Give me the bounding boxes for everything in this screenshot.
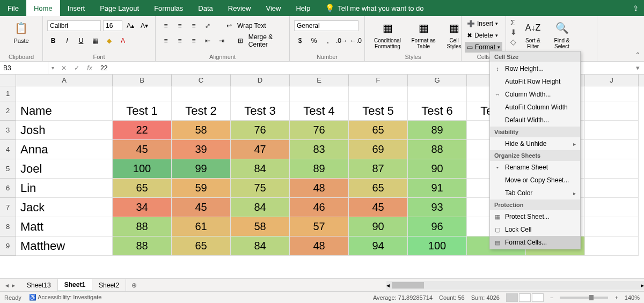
cell[interactable]: Test 2: [172, 101, 231, 121]
cell[interactable]: 91: [408, 179, 467, 198]
cell[interactable]: 89: [408, 121, 467, 140]
cell[interactable]: 45: [172, 198, 231, 217]
cell[interactable]: 76: [231, 121, 290, 140]
cell[interactable]: 58: [231, 217, 290, 237]
tab-formulas[interactable]: Formulas: [147, 0, 191, 16]
column-header[interactable]: D: [231, 75, 290, 86]
tell-me-search[interactable]: 💡 Tell me what you want to do: [318, 4, 431, 12]
row-header[interactable]: 8: [0, 217, 16, 237]
menu-item[interactable]: ↔Column Width...: [490, 88, 580, 101]
cell[interactable]: 88: [408, 140, 467, 159]
tab-page-layout[interactable]: Page Layout: [92, 0, 147, 16]
delete-cells-button[interactable]: ✖Delete▾: [465, 30, 502, 41]
tab-help[interactable]: Help: [288, 0, 318, 16]
cell[interactable]: [585, 121, 639, 140]
increase-indent-icon[interactable]: ⇥: [216, 35, 228, 47]
font-name-select[interactable]: [47, 20, 101, 31]
cell[interactable]: 83: [290, 140, 349, 159]
row-header[interactable]: 2: [0, 101, 16, 121]
accessibility-status[interactable]: ♿ Accessibility: Investigate: [29, 294, 102, 301]
enter-formula-icon[interactable]: ✓: [70, 64, 83, 72]
number-format-select[interactable]: [294, 20, 358, 31]
cell[interactable]: 48: [290, 237, 349, 256]
zoom-slider[interactable]: [560, 297, 608, 299]
page-break-view-button[interactable]: [532, 293, 544, 302]
cell[interactable]: Anna: [16, 140, 113, 159]
column-header[interactable]: C: [172, 75, 231, 86]
find-select-button[interactable]: 🔍 Find & Select: [549, 18, 575, 50]
increase-decimal-icon[interactable]: .0→: [336, 35, 348, 47]
cell[interactable]: Test 5: [349, 101, 408, 121]
cell[interactable]: Test 6: [408, 101, 467, 121]
sheet-nav[interactable]: ◂▸: [0, 282, 20, 289]
comma-icon[interactable]: ,: [322, 35, 334, 47]
cell[interactable]: 61: [172, 217, 231, 237]
row-header[interactable]: 1: [0, 86, 16, 101]
decrease-indent-icon[interactable]: ⇤: [202, 35, 214, 47]
row-header[interactable]: 6: [0, 179, 16, 198]
row-header[interactable]: 5: [0, 159, 16, 179]
column-header[interactable]: E: [290, 75, 349, 86]
row-header[interactable]: 3: [0, 121, 16, 140]
cell[interactable]: [585, 217, 639, 237]
percent-icon[interactable]: %: [308, 35, 320, 47]
cell[interactable]: 65: [113, 179, 172, 198]
cell[interactable]: 90: [349, 217, 408, 237]
align-top-icon[interactable]: ≡: [160, 20, 172, 32]
tab-file[interactable]: File: [0, 0, 26, 16]
cell[interactable]: 46: [290, 198, 349, 217]
cell[interactable]: 99: [172, 159, 231, 179]
sheet-tab[interactable]: Sheet2: [92, 279, 126, 291]
align-left-icon[interactable]: ≡: [160, 35, 172, 47]
cell[interactable]: Josh: [16, 121, 113, 140]
format-as-table-button[interactable]: ▦ Format as Table: [408, 18, 439, 50]
cell[interactable]: 90: [408, 159, 467, 179]
zoom-out-button[interactable]: −: [550, 294, 553, 301]
cell[interactable]: 65: [349, 179, 408, 198]
cell[interactable]: 100: [113, 159, 172, 179]
cell[interactable]: 34: [113, 198, 172, 217]
cell[interactable]: [172, 86, 231, 101]
tab-data[interactable]: Data: [191, 0, 220, 16]
cell[interactable]: [585, 159, 639, 179]
normal-view-button[interactable]: [506, 293, 518, 302]
cell[interactable]: 84: [231, 237, 290, 256]
tab-view[interactable]: View: [258, 0, 288, 16]
cell[interactable]: [231, 86, 290, 101]
cell[interactable]: 47: [231, 140, 290, 159]
cell[interactable]: 48: [290, 179, 349, 198]
fx-icon[interactable]: fx: [83, 64, 96, 72]
border-button[interactable]: ▦: [89, 35, 101, 47]
cell[interactable]: [290, 86, 349, 101]
name-box[interactable]: B3: [0, 62, 48, 74]
add-sheet-button[interactable]: ⊕: [126, 282, 142, 289]
font-size-select[interactable]: [103, 20, 122, 31]
menu-item[interactable]: AutoFit Column Width: [490, 101, 580, 114]
cell[interactable]: [585, 237, 639, 256]
sheet-tab[interactable]: Sheet13: [20, 279, 58, 291]
horizontal-scrollbar[interactable]: ◂▸: [386, 281, 644, 290]
currency-icon[interactable]: $: [294, 35, 306, 47]
cell[interactable]: 45: [349, 198, 408, 217]
paste-button[interactable]: 📋 Paste: [4, 18, 38, 45]
cell[interactable]: [16, 86, 113, 101]
cell[interactable]: Matthew: [16, 237, 113, 256]
cell[interactable]: [585, 179, 639, 198]
cell[interactable]: 89: [290, 159, 349, 179]
cell[interactable]: Test 3: [231, 101, 290, 121]
cell[interactable]: Lin: [16, 179, 113, 198]
decrease-font-icon[interactable]: A▾: [138, 20, 150, 32]
cell[interactable]: 88: [113, 237, 172, 256]
expand-formula-bar-icon[interactable]: ▾: [631, 64, 644, 72]
cell[interactable]: 75: [231, 179, 290, 198]
cell[interactable]: 84: [231, 159, 290, 179]
italic-button[interactable]: I: [61, 35, 73, 47]
cell[interactable]: 65: [349, 121, 408, 140]
fill-color-button[interactable]: ◆: [103, 35, 115, 47]
cell[interactable]: [585, 101, 639, 121]
cell[interactable]: Test 4: [290, 101, 349, 121]
tab-insert[interactable]: Insert: [60, 0, 93, 16]
collapse-ribbon-icon[interactable]: ⌃: [635, 51, 641, 59]
sort-filter-button[interactable]: A↓Z Sort & Filter: [520, 18, 546, 50]
menu-item[interactable]: Hide & Unhide▸: [490, 137, 580, 150]
